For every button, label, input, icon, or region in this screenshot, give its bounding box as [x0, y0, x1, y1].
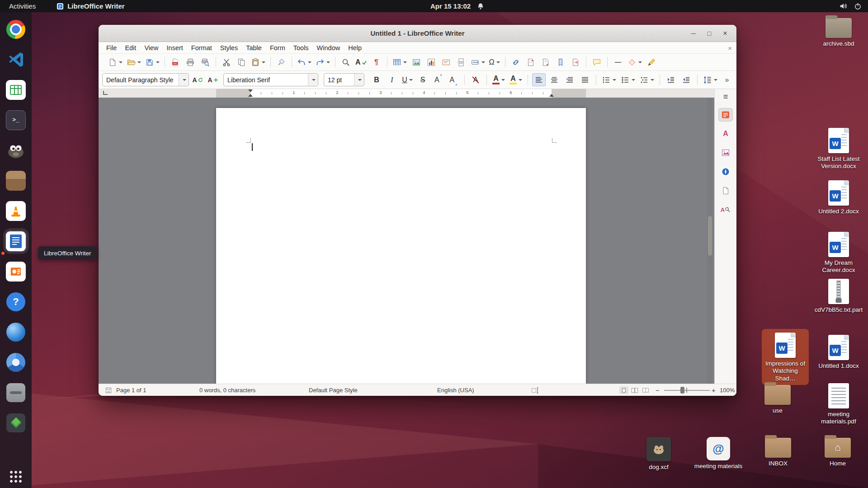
dock-item-libreoffice-writer[interactable] — [5, 230, 27, 252]
zoom-slider-track[interactable] — [664, 390, 710, 391]
dock-item-files[interactable] — [5, 169, 27, 192]
new-style-button[interactable]: A — [206, 73, 220, 86]
desktop-icon-dog-xcf[interactable]: dog.xcf — [632, 437, 686, 471]
undo-button[interactable] — [296, 56, 313, 69]
export-pdf-button[interactable] — [169, 56, 182, 69]
desktop-icon-meeting-materials[interactable]: @ meeting materials — [691, 437, 745, 470]
zoom-out-button[interactable]: − — [656, 386, 660, 394]
align-left-button[interactable] — [532, 73, 546, 86]
insert-line-button[interactable] — [611, 56, 625, 69]
line-spacing-button[interactable] — [702, 73, 719, 86]
right-indent-marker[interactable] — [549, 94, 554, 97]
menu-tools[interactable]: Tools — [289, 42, 313, 53]
sidebar-tab-navigator[interactable] — [718, 165, 733, 178]
view-single-page-button[interactable] — [619, 386, 628, 394]
close-button[interactable]: × — [719, 28, 731, 39]
redo-button[interactable] — [314, 56, 331, 69]
dock-item-browser[interactable] — [5, 321, 27, 343]
font-size-dropdown[interactable] — [354, 74, 364, 86]
insert-hyperlink-button[interactable] — [509, 56, 523, 69]
insert-textbox-button[interactable] — [439, 56, 453, 69]
print-preview-button[interactable] — [198, 56, 212, 69]
highlight-color-button[interactable]: A — [508, 73, 524, 86]
dock-item-chromium[interactable] — [5, 351, 27, 373]
insert-bookmark-button[interactable] — [554, 56, 567, 69]
menu-styles[interactable]: Styles — [216, 42, 242, 53]
zoom-slider-thumb[interactable] — [680, 387, 684, 394]
vertical-scrollbar-thumb[interactable] — [708, 216, 712, 256]
ordered-list-button[interactable] — [619, 73, 637, 86]
language-status[interactable]: English (USA) — [437, 387, 474, 394]
maximize-button[interactable]: □ — [703, 28, 715, 39]
bold-button[interactable]: B — [370, 73, 383, 86]
freeform-line-button[interactable] — [645, 56, 658, 69]
dock-item-chrome[interactable] — [5, 18, 27, 40]
insert-chart-button[interactable] — [425, 56, 438, 69]
menu-view[interactable]: View — [140, 42, 162, 53]
align-right-button[interactable] — [563, 73, 576, 86]
basic-shapes-button[interactable] — [626, 56, 643, 69]
align-center-button[interactable] — [547, 73, 561, 86]
find-replace-button[interactable] — [339, 56, 353, 69]
insert-special-character-button[interactable]: Ω — [488, 56, 501, 69]
toolbar-overflow-button[interactable]: » — [720, 73, 734, 86]
menu-help[interactable]: Help — [344, 42, 366, 53]
desktop-icon-untitled-1[interactable]: W Untitled 1.docx — [811, 335, 866, 370]
font-color-button[interactable]: A — [491, 73, 506, 86]
system-status-area[interactable] — [840, 0, 862, 12]
desktop-icon-meeting-materials-pdf[interactable]: meeting materials.pdf — [811, 383, 866, 426]
menu-edit[interactable]: Edit — [121, 42, 140, 53]
italic-button[interactable]: I — [385, 73, 399, 86]
underline-button[interactable]: U — [401, 73, 414, 86]
spelling-button[interactable]: A — [354, 56, 368, 69]
clone-formatting-button[interactable] — [274, 56, 288, 69]
unordered-list-button[interactable] — [600, 73, 618, 86]
desktop-icon-archive[interactable]: archive.sbd — [811, 18, 866, 47]
subscript-button[interactable]: A₂ — [447, 73, 460, 86]
document-page[interactable] — [216, 108, 586, 384]
desktop-icon-txt-part[interactable]: cdV7bB5c.txt.part — [811, 279, 866, 314]
paragraph-style-dropdown[interactable] — [179, 74, 189, 86]
page-number-status[interactable]: Page 1 of 1 — [116, 387, 146, 394]
new-document-button[interactable] — [107, 56, 124, 69]
horizontal-ruler[interactable]: 1 2 3 4 5 6 — [99, 89, 714, 98]
dock-item-archive-manager[interactable] — [5, 381, 27, 404]
dock-item-gimp[interactable] — [5, 139, 27, 161]
sidebar-tab-page[interactable] — [718, 184, 733, 197]
paste-button[interactable] — [250, 56, 267, 69]
left-indent-marker[interactable] — [248, 94, 253, 97]
app-grid-button[interactable] — [10, 471, 22, 483]
decrease-indent-button[interactable] — [679, 73, 693, 86]
desktop-icon-inbox[interactable]: INBOX — [751, 438, 805, 467]
clear-formatting-button[interactable]: A — [469, 73, 482, 86]
activities-button[interactable]: Activities — [0, 0, 45, 12]
sidebar-settings-button[interactable]: ≡ — [723, 93, 728, 101]
zoom-in-button[interactable]: + — [712, 386, 716, 394]
strikethrough-button[interactable]: S — [416, 73, 429, 86]
sidebar-tab-properties[interactable] — [718, 108, 733, 122]
copy-button[interactable] — [235, 56, 248, 69]
menu-window[interactable]: Window — [313, 42, 344, 53]
dock-item-vscode[interactable] — [5, 48, 27, 70]
dock-item-libreoffice-calc[interactable] — [5, 79, 27, 101]
document-canvas[interactable] — [99, 98, 714, 384]
zoom-level-status[interactable]: 100% — [720, 387, 735, 394]
font-name-combo[interactable]: Liberation Serif — [223, 73, 318, 86]
view-book-button[interactable] — [641, 386, 650, 394]
font-size-combo[interactable]: 12 pt — [324, 73, 364, 86]
save-status-icon[interactable] — [105, 387, 112, 394]
cut-button[interactable] — [220, 56, 233, 69]
update-style-button[interactable]: A — [191, 73, 204, 86]
desktop-icon-use[interactable]: use — [750, 385, 805, 414]
first-line-indent-marker[interactable] — [248, 89, 253, 92]
insert-field-button[interactable] — [469, 56, 486, 69]
insert-footnote-button[interactable] — [524, 56, 538, 69]
desktop-icon-impressions-selected[interactable]: W Impressions of Watching Shad… — [762, 329, 809, 385]
desktop-icon-untitled-2[interactable]: W Untitled 2.docx — [811, 180, 866, 215]
dock-item-libreoffice-impress[interactable] — [5, 260, 27, 282]
font-name-dropdown[interactable] — [308, 74, 318, 86]
print-button[interactable] — [184, 56, 197, 69]
selection-mode-icon[interactable] — [531, 387, 539, 394]
insert-table-button[interactable] — [391, 56, 408, 69]
paragraph-style-combo[interactable]: Default Paragraph Style — [102, 73, 189, 86]
